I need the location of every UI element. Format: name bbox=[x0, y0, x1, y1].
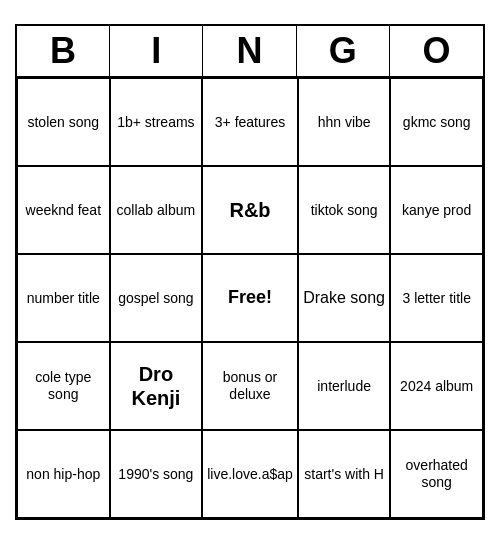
bingo-cell-21[interactable]: 1990's song bbox=[110, 430, 203, 518]
bingo-cell-16[interactable]: Dro Kenji bbox=[110, 342, 203, 430]
bingo-cell-13[interactable]: Drake song bbox=[298, 254, 391, 342]
bingo-cell-22[interactable]: live.love.a$ap bbox=[202, 430, 298, 518]
header-b: B bbox=[17, 26, 110, 76]
header-n: N bbox=[203, 26, 296, 76]
bingo-cell-3[interactable]: hhn vibe bbox=[298, 78, 391, 166]
bingo-cell-2[interactable]: 3+ features bbox=[202, 78, 298, 166]
bingo-cell-5[interactable]: weeknd feat bbox=[17, 166, 110, 254]
bingo-cell-10[interactable]: number title bbox=[17, 254, 110, 342]
bingo-cell-7[interactable]: R&b bbox=[202, 166, 298, 254]
bingo-cell-11[interactable]: gospel song bbox=[110, 254, 203, 342]
bingo-cell-8[interactable]: tiktok song bbox=[298, 166, 391, 254]
bingo-cell-15[interactable]: cole type song bbox=[17, 342, 110, 430]
header-o: O bbox=[390, 26, 483, 76]
bingo-cell-17[interactable]: bonus or deluxe bbox=[202, 342, 298, 430]
bingo-header: B I N G O bbox=[17, 26, 483, 78]
bingo-cell-18[interactable]: interlude bbox=[298, 342, 391, 430]
bingo-cell-1[interactable]: 1b+ streams bbox=[110, 78, 203, 166]
bingo-cell-14[interactable]: 3 letter title bbox=[390, 254, 483, 342]
bingo-cell-6[interactable]: collab album bbox=[110, 166, 203, 254]
bingo-card: B I N G O stolen song1b+ streams3+ featu… bbox=[15, 24, 485, 520]
header-g: G bbox=[297, 26, 390, 76]
header-i: I bbox=[110, 26, 203, 76]
bingo-cell-19[interactable]: 2024 album bbox=[390, 342, 483, 430]
bingo-cell-9[interactable]: kanye prod bbox=[390, 166, 483, 254]
bingo-cell-24[interactable]: overhated song bbox=[390, 430, 483, 518]
bingo-cell-4[interactable]: gkmc song bbox=[390, 78, 483, 166]
bingo-cell-20[interactable]: non hip-hop bbox=[17, 430, 110, 518]
bingo-cell-12[interactable]: Free! bbox=[202, 254, 298, 342]
bingo-cell-0[interactable]: stolen song bbox=[17, 78, 110, 166]
bingo-grid: stolen song1b+ streams3+ featureshhn vib… bbox=[17, 78, 483, 518]
bingo-cell-23[interactable]: start's with H bbox=[298, 430, 391, 518]
